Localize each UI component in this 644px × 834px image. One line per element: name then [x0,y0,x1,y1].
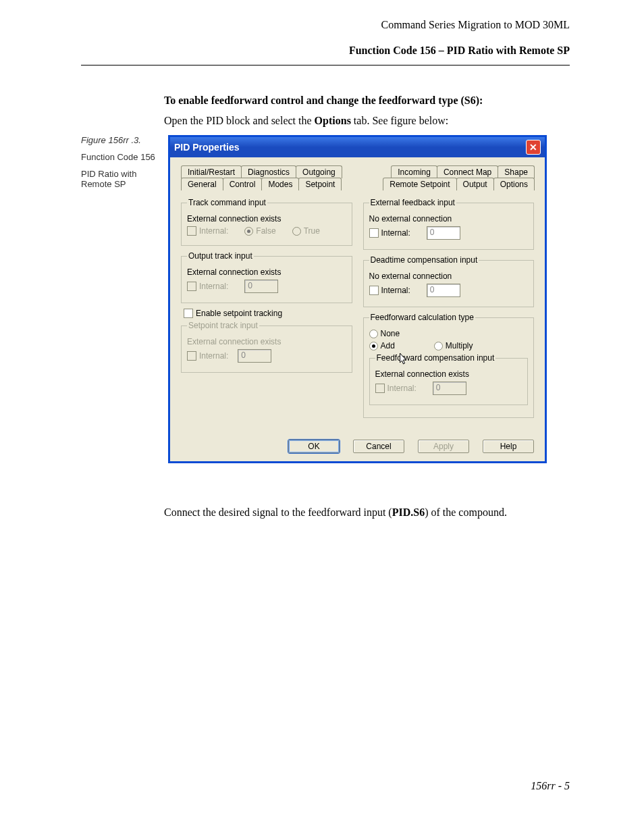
tab-options[interactable]: Options [493,178,535,190]
group-output-track-input: Output track input External connection e… [181,251,352,303]
chk-enable-setpoint-tracking[interactable] [184,309,193,318]
page-footer: 156rr - 5 [531,780,570,792]
tab-remote-setpoint[interactable]: Remote Setpoint [383,178,456,190]
label-track-true: True [304,226,320,236]
input-ff-comp-internal[interactable]: 0 [433,382,466,395]
tab-row-1-left: Initial/Restart Diagnostics Outgoing [181,165,342,178]
intro-text: Open the PID block and select the Option… [164,115,570,127]
intro-block: To enable feedforward control and change… [164,95,570,127]
right-column: External feedback input No external conn… [363,195,535,423]
ok-button[interactable]: OK [288,440,340,453]
input-ext-feedback-internal[interactable]: 0 [427,226,460,240]
after-post: ) of the compound. [425,506,507,518]
header-line1: Command Series Migration to MOD 30ML [81,19,570,31]
chk-output-internal[interactable] [187,282,196,291]
intro-post: tab. See figure below: [351,115,448,126]
label-enable-setpoint-tracking: Enable setpoint tracking [196,309,282,318]
group-feedforward-calculation-type: Feedforward calculation type None Add Mu… [363,313,535,418]
tab-row-2-right: Remote Setpoint Output Options [383,178,534,190]
figure-desc-2: PID Ratio with Remote SP [81,169,155,189]
label-setpoint-internal: Internal: [199,351,228,361]
dialog-title: PID Properties [174,142,239,153]
close-button[interactable]: ✕ [526,140,541,155]
dialog-titlebar[interactable]: PID Properties ✕ [170,137,545,157]
help-button[interactable]: Help [483,440,534,453]
label-ext-feedback-internal: Internal: [381,228,410,238]
apply-button: Apply [418,440,469,453]
legend-deadtime: Deadtime compensation input [369,255,479,265]
label-track-internal: Internal: [199,226,228,236]
group-feedforward-compensation-input: Feedforward compensation input External … [369,353,529,405]
chk-track-internal[interactable] [187,226,196,236]
radio-ff-none[interactable] [369,330,378,338]
group-external-feedback-input: External feedback input No external conn… [363,198,535,250]
group-deadtime-compensation-input: Deadtime compensation input No external … [363,255,535,307]
tab-modes[interactable]: Modes [261,178,299,190]
chk-deadtime-internal[interactable] [369,286,379,295]
tab-general[interactable]: General [181,178,223,190]
radio-track-false[interactable] [244,227,253,236]
tab-output[interactable]: Output [456,178,494,190]
setpoint-track-status: External connection exists [187,337,346,346]
output-track-status: External connection exists [187,267,346,277]
tab-diagnostics[interactable]: Diagnostics [241,165,296,178]
cancel-button[interactable]: Cancel [353,440,404,453]
after-dialog-text: Connect the desired signal to the feedfo… [164,506,570,519]
chk-setpoint-internal [187,351,196,361]
legend-setpoint-track: Setpoint track input [187,321,259,330]
radio-ff-multiply[interactable] [434,342,443,350]
after-bold: PID.S6 [392,506,425,518]
after-pre: Connect the desired signal to the feedfo… [164,506,392,518]
tab-shape[interactable]: Shape [498,165,535,178]
chk-ext-feedback-internal[interactable] [369,228,379,238]
tab-outgoing[interactable]: Outgoing [296,165,342,178]
legend-ff-comp: Feedforward compensation input [375,353,496,363]
close-icon: ✕ [529,142,537,152]
intro-options-word: Options [315,115,351,126]
group-setpoint-track-input: Setpoint track input External connection… [181,321,352,373]
input-setpoint-internal: 0 [238,349,271,363]
tab-control[interactable]: Control [223,178,263,190]
group-track-command-input: Track command input External connection … [181,198,352,246]
label-ff-none: None [381,329,400,338]
chk-ff-comp-internal[interactable] [375,384,385,393]
radio-ff-add[interactable] [369,342,378,350]
label-deadtime-internal: Internal: [381,286,410,295]
input-deadtime-internal[interactable]: 0 [427,284,460,297]
legend-ext-feedback: External feedback input [369,198,456,207]
tab-incoming[interactable]: Incoming [391,165,437,178]
label-ff-comp-internal: Internal: [387,384,417,393]
track-command-status: External connection exists [187,214,346,224]
left-column: Track command input External connection … [181,195,352,423]
deadtime-status: No external connection [369,271,529,281]
pid-properties-dialog: PID Properties ✕ Initial/Restart Diagnos… [168,135,547,463]
figure-desc-1: Function Code 156 [81,152,155,162]
header-line2: Function Code 156 – PID Ratio with Remot… [81,45,570,57]
ext-feedback-status: No external connection [369,214,529,224]
tab-row-2-left: General Control Modes Setpoint [181,178,341,190]
dialog-button-row: OK Cancel Apply Help [170,430,545,461]
ff-comp-status: External connection exists [375,369,522,379]
tab-setpoint[interactable]: Setpoint [298,178,342,190]
intro-heading: To enable feedforward control and change… [164,95,570,107]
tab-area: Initial/Restart Diagnostics Outgoing Inc… [170,157,545,430]
legend-output-track: Output track input [187,251,254,261]
header-rule [81,65,570,66]
intro-pre: Open the PID block and select the [164,115,315,126]
page-header: Command Series Migration to MOD 30ML Fun… [0,19,644,57]
radio-track-true[interactable] [292,227,301,236]
legend-ff-type: Feedforward calculation type [369,313,475,322]
figure-sidebar: Figure 156rr .3. Function Code 156 PID R… [81,135,155,189]
legend-track-command: Track command input [187,198,267,207]
tab-initial-restart[interactable]: Initial/Restart [181,165,242,178]
tab-connect-map[interactable]: Connect Map [437,165,498,178]
tab-row-1-right: Incoming Connect Map Shape [391,165,534,178]
label-ff-add: Add [381,341,395,350]
label-track-false: False [256,226,275,236]
input-output-internal[interactable]: 0 [244,280,278,293]
label-output-internal: Internal: [199,282,228,291]
figure-label: Figure 156rr .3. [81,135,155,145]
label-ff-multiply: Multiply [446,341,473,350]
options-columns: Track command input External connection … [181,190,534,423]
